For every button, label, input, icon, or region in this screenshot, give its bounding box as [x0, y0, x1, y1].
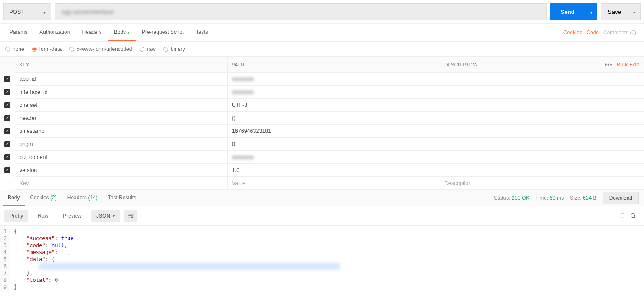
bulk-edit-link[interactable]: Bulk Edit — [617, 62, 639, 68]
url-input[interactable]: -iagr-server/interface/ — [55, 3, 547, 20]
tab-params[interactable]: Params — [3, 24, 33, 41]
row-checkbox[interactable]: ✓ — [4, 115, 10, 121]
row-checkbox[interactable]: ✓ — [4, 141, 10, 147]
cell-value[interactable]: 1676946323181 — [227, 125, 440, 138]
chevron-down-icon — [43, 9, 46, 15]
save-button[interactable]: Save — [601, 3, 628, 20]
format-select[interactable]: JSON — [91, 210, 120, 222]
cell-key[interactable]: charset — [15, 99, 228, 112]
cell-key[interactable]: header — [15, 112, 228, 125]
comments-link[interactable]: Comments (0) — [603, 30, 636, 36]
copy-icon[interactable] — [619, 213, 625, 219]
cell-key[interactable]: biz_content — [15, 151, 228, 164]
row-checkbox[interactable]: ✓ — [4, 102, 10, 108]
request-tabs-right: Cookies Code Comments (0) — [563, 30, 641, 36]
cell-description[interactable] — [440, 138, 644, 151]
http-method-select[interactable]: POST — [3, 3, 51, 20]
time-label: Time: 69 ms — [536, 195, 564, 201]
wrap-icon — [128, 213, 134, 219]
more-icon[interactable]: ••• — [605, 61, 612, 69]
cell-value[interactable]: xxxxxxxx — [227, 86, 440, 99]
http-method-label: POST — [9, 9, 24, 15]
response-view-bar: Pretty Raw Preview JSON — [0, 206, 644, 226]
new-desc-input[interactable]: Description — [440, 177, 644, 190]
request-bar: POST -iagr-server/interface/ Send Save — [0, 0, 644, 24]
cell-description[interactable] — [440, 164, 644, 177]
view-raw[interactable]: Raw — [33, 210, 53, 222]
radio-xwww[interactable]: x-www-form-urlencoded — [69, 46, 132, 52]
cell-key[interactable]: origin — [15, 138, 228, 151]
save-button-group: Save — [601, 3, 641, 20]
svg-point-2 — [631, 214, 635, 218]
cell-value[interactable]: xxxxxxxx — [227, 73, 440, 86]
code-line: "message": "", — [14, 249, 641, 256]
table-row: ✓charsetUTF-8 — [0, 99, 644, 112]
radio-binary[interactable]: binary — [163, 46, 185, 52]
cell-description[interactable] — [440, 151, 644, 164]
cell-description[interactable] — [440, 73, 644, 86]
send-dropdown[interactable] — [585, 3, 597, 20]
new-key-input[interactable]: Key — [15, 177, 228, 190]
table-row: ✓header{} — [0, 112, 644, 125]
svg-rect-1 — [621, 213, 624, 217]
cell-key[interactable]: timestamp — [15, 125, 228, 138]
radio-formdata[interactable]: form-data — [32, 46, 62, 52]
line-gutter: 123456789 — [0, 226, 10, 292]
cell-value[interactable]: 0 — [227, 138, 440, 151]
row-checkbox[interactable]: ✓ — [4, 154, 10, 160]
view-pretty[interactable]: Pretty — [4, 210, 28, 222]
formdata-table: KEY VALUE DESCRIPTION ••• Bulk Edit ✓app… — [0, 57, 644, 190]
cell-description[interactable] — [440, 86, 644, 99]
tab-authorization[interactable]: Authorization — [33, 24, 76, 41]
view-preview[interactable]: Preview — [58, 210, 87, 222]
row-checkbox[interactable]: ✓ — [4, 76, 10, 82]
table-row-new[interactable]: Key Value Description — [0, 177, 644, 190]
download-button[interactable]: Download — [603, 192, 639, 204]
tab-headers[interactable]: Headers — [76, 24, 108, 41]
rtab-headers[interactable]: Headers (14) — [62, 190, 103, 206]
col-header-description: DESCRIPTION ••• Bulk Edit — [440, 57, 644, 73]
radio-icon — [5, 47, 10, 52]
tab-tests[interactable]: Tests — [190, 24, 214, 41]
tab-body[interactable]: Body — [108, 24, 136, 41]
wrap-lines-button[interactable] — [124, 210, 137, 222]
radio-raw[interactable]: raw — [140, 46, 155, 52]
cell-value[interactable]: UTF-8 — [227, 99, 440, 112]
rtab-cookies[interactable]: Cookies (2) — [25, 190, 62, 206]
cell-value[interactable]: {} — [227, 112, 440, 125]
cell-value[interactable]: 1.0 — [227, 164, 440, 177]
save-dropdown[interactable] — [628, 3, 641, 20]
row-checkbox[interactable]: ✓ — [4, 128, 10, 134]
radio-icon — [69, 47, 74, 52]
status-label: Status: 200 OK — [494, 195, 529, 201]
cell-key[interactable]: interface_id — [15, 86, 228, 99]
code-line: "total": 0 — [14, 277, 641, 284]
response-body: 123456789 { "success": true, "code": nul… — [0, 226, 644, 292]
row-checkbox[interactable]: ✓ — [4, 167, 10, 173]
code-link[interactable]: Code — [586, 30, 599, 36]
radio-none[interactable]: none — [5, 46, 24, 52]
rtab-tests[interactable]: Test Results — [103, 190, 141, 206]
new-value-input[interactable]: Value — [227, 177, 440, 190]
cell-key[interactable]: version — [15, 164, 228, 177]
row-checkbox[interactable]: ✓ — [4, 89, 10, 95]
cell-value[interactable]: xxxxxxxx — [227, 151, 440, 164]
table-row: ✓timestamp1676946323181 — [0, 125, 644, 138]
send-button-group: Send — [550, 3, 597, 20]
request-tabs: Params Authorization Headers Body Pre-re… — [0, 24, 644, 42]
search-icon[interactable] — [630, 213, 636, 219]
cell-description[interactable] — [440, 99, 644, 112]
table-row: ✓biz_contentxxxxxxxx — [0, 151, 644, 164]
rtab-body[interactable]: Body — [3, 190, 25, 206]
cookies-link[interactable]: Cookies — [563, 30, 582, 36]
radio-icon — [140, 47, 144, 52]
code-line: "success": true, — [14, 235, 641, 242]
body-type-selector: none form-data x-www-form-urlencoded raw… — [0, 42, 644, 57]
cell-description[interactable] — [440, 125, 644, 138]
cell-description[interactable] — [440, 112, 644, 125]
tab-prerequest[interactable]: Pre-request Script — [136, 24, 190, 41]
code-content[interactable]: { "success": true, "code": null, "messag… — [10, 226, 644, 292]
cell-key[interactable]: app_id — [15, 73, 228, 86]
send-button[interactable]: Send — [550, 3, 585, 20]
chevron-down-icon — [633, 9, 635, 15]
